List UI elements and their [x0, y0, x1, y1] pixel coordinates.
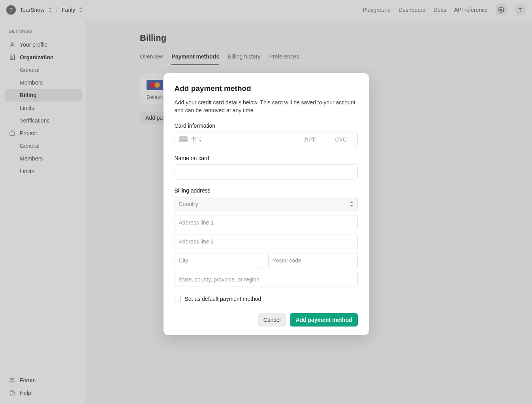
modal-title: Add payment method	[175, 84, 358, 93]
name-on-card-input[interactable]	[175, 164, 358, 179]
modal-description: Add your credit card details below. This…	[175, 98, 358, 115]
city-input[interactable]	[175, 253, 264, 268]
state-input[interactable]	[175, 272, 358, 287]
name-on-card-label: Name on card	[175, 155, 358, 161]
country-select-value: Country	[179, 201, 198, 207]
default-payment-label: Set as default payment method	[185, 296, 261, 302]
card-cvc-input[interactable]: CVC	[335, 136, 353, 143]
card-number-input[interactable]: 卡号	[191, 136, 301, 143]
card-info-label: Card information	[175, 123, 358, 129]
card-icon	[179, 136, 188, 142]
card-expiry-input[interactable]: 月/年	[304, 136, 332, 143]
card-input-group[interactable]: 卡号 月/年 CVC	[175, 132, 358, 147]
default-payment-checkbox[interactable]	[175, 296, 181, 302]
chevrons-icon	[350, 201, 353, 207]
add-payment-modal: Add payment method Add your credit card …	[164, 73, 369, 335]
address-line-2-input[interactable]	[175, 234, 358, 249]
billing-address-label: Billing address	[175, 187, 358, 194]
default-payment-row: Set as default payment method	[175, 296, 358, 302]
postal-code-input[interactable]	[268, 253, 358, 268]
cancel-button[interactable]: Cancel	[258, 313, 286, 327]
modal-overlay[interactable]: Add payment method Add your credit card …	[0, 0, 532, 404]
address-line-1-input[interactable]	[175, 215, 358, 230]
country-select[interactable]: Country	[175, 197, 358, 211]
submit-add-payment-button[interactable]: Add payment method	[290, 313, 357, 327]
modal-actions: Cancel Add payment method	[175, 313, 358, 327]
